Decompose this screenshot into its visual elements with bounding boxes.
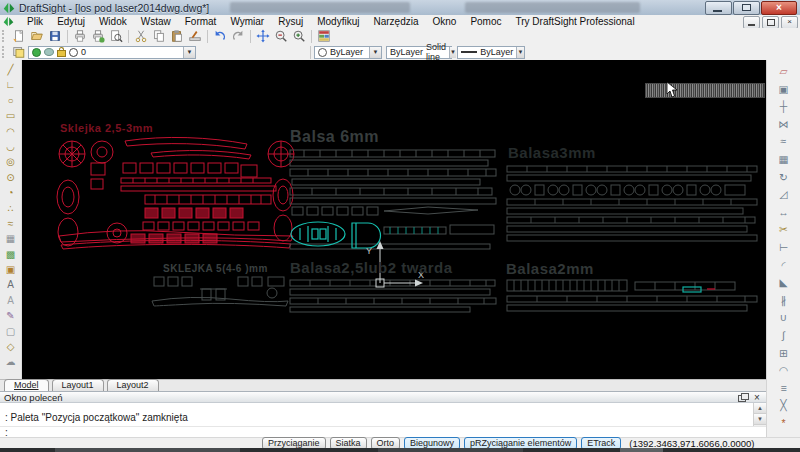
scroll-up-icon[interactable]: ▲	[754, 403, 766, 414]
menu-try-professional[interactable]: Try DraftSight Professional	[509, 15, 642, 28]
open-button[interactable]	[28, 29, 46, 44]
rectangle-tool-icon[interactable]: ▭	[3, 108, 19, 123]
line-weight-combo[interactable]: ByLayer ▼	[457, 46, 525, 59]
line-weight-sample-icon	[461, 51, 477, 53]
dropdown-arrow-icon[interactable]: ▼	[369, 47, 381, 58]
copy-entity-tool-icon[interactable]: ▣	[775, 81, 793, 99]
command-history-scrollbar[interactable]: ▲ ▼	[753, 403, 766, 426]
polygon-tool-icon[interactable]: ◇	[3, 339, 19, 354]
toolbar-grip[interactable]	[2, 46, 8, 58]
toolbar-grip[interactable]	[2, 30, 8, 42]
fillet-tool-icon[interactable]: ◜	[775, 257, 793, 275]
save-button[interactable]	[46, 29, 64, 44]
trim-tool-icon[interactable]: ✂	[775, 221, 793, 239]
stretch-tool-icon[interactable]: ↔	[775, 204, 793, 222]
chamfer-tool-icon[interactable]: ◣	[775, 274, 793, 292]
menu-plik[interactable]: Plik	[20, 15, 50, 28]
attach-image-tool-icon[interactable]: ▣	[3, 262, 19, 277]
restore-button[interactable]	[733, 1, 760, 15]
paste-button[interactable]	[168, 29, 186, 44]
tab-model[interactable]: Model	[4, 379, 49, 391]
close-button[interactable]	[761, 1, 797, 15]
menu-format[interactable]: Format	[178, 15, 224, 28]
mirror-tool-icon[interactable]: ⋈	[775, 116, 793, 134]
pan-button[interactable]	[254, 29, 272, 44]
print-preview-button[interactable]	[107, 29, 125, 44]
new-button[interactable]	[10, 29, 28, 44]
layer-combo[interactable]: 0 ▼	[28, 46, 196, 59]
menu-widok[interactable]: Widok	[92, 15, 134, 28]
tab-layout2[interactable]: Layout2	[107, 379, 159, 391]
select-window-tool-icon[interactable]: ▢	[3, 324, 19, 339]
simple-note-tool-icon[interactable]: A	[3, 293, 19, 308]
tab-layout1[interactable]: Layout1	[52, 379, 104, 391]
move-tool-icon[interactable]: ┼	[775, 98, 793, 116]
layers-manager-button[interactable]	[10, 45, 28, 60]
convert-entity-tool-icon[interactable]: ⊞	[775, 345, 793, 363]
hatch-gradient-tool-icon[interactable]: ▩	[3, 247, 19, 262]
split-tool-icon[interactable]: ∦	[775, 292, 793, 310]
point-tool-icon[interactable]: ∴	[3, 201, 19, 216]
undo-button[interactable]	[211, 29, 229, 44]
pattern-tool-icon[interactable]: ▦	[775, 151, 793, 169]
line-tool-icon[interactable]: ╱	[3, 62, 19, 77]
balasa3-parts-drawing	[505, 160, 763, 250]
copy-button[interactable]	[150, 29, 168, 44]
cut-button[interactable]	[132, 29, 150, 44]
command-history[interactable]: : Paleta "Pozycja początkowa" zamknięta …	[0, 403, 766, 427]
note-tool-icon[interactable]: A	[3, 277, 19, 292]
spline-tool-icon[interactable]: ≈	[3, 216, 19, 231]
close-command-window-icon[interactable]: ×	[752, 393, 762, 402]
edit-annotation-tool-icon[interactable]: ✎	[3, 308, 19, 323]
batch-print-button[interactable]	[89, 29, 107, 44]
menu-rysuj[interactable]: Rysuj	[271, 15, 310, 28]
rotate-tool-icon[interactable]: ↻	[775, 169, 793, 187]
offset-tool-icon[interactable]: ≈	[775, 133, 793, 151]
arc-blend-tool-icon[interactable]: ◠	[775, 362, 793, 380]
ellipse-tool-icon[interactable]: ⊙	[3, 170, 19, 185]
polyline-tool-icon[interactable]: ∟	[3, 77, 19, 92]
power-trim-tool-icon[interactable]: ╳	[775, 397, 793, 415]
weld-tool-icon[interactable]: ∪	[775, 309, 793, 327]
command-input[interactable]: :	[0, 426, 766, 437]
menu-wymiar[interactable]: Wymiar	[223, 15, 271, 28]
align-tool-icon[interactable]: ≡	[775, 380, 793, 398]
drawing-canvas[interactable]: Y X Sklejka 2,5-3mmBalsa 6mmBalasa3mmSKL…	[22, 60, 766, 379]
dropdown-arrow-icon[interactable]: ▼	[449, 47, 456, 58]
circle-tangent-tool-icon[interactable]: ◎	[3, 154, 19, 169]
print-button[interactable]	[71, 29, 89, 44]
line-style-combo[interactable]: ByLayer Solid line ▼	[386, 46, 452, 59]
circle-tool-icon[interactable]: ○	[3, 93, 19, 108]
menu-pomoc[interactable]: Pomoc	[463, 15, 508, 28]
erase-tool-icon[interactable]: ▱	[775, 63, 793, 81]
menu-narzedzia[interactable]: Narzędzia	[366, 15, 425, 28]
menu-modyfikuj[interactable]: Modyfikuj	[310, 15, 366, 28]
arc-3point-tool-icon[interactable]: ◡	[3, 139, 19, 154]
menu-wstaw[interactable]: Wstaw	[134, 15, 178, 28]
toolbar-separator	[67, 30, 68, 43]
edit-polyline-tool-icon[interactable]: ∫	[775, 327, 793, 345]
redo-button[interactable]	[229, 29, 247, 44]
window-title: DraftSight - [los pod laser2014dwg.dwg*]	[19, 2, 209, 14]
hatch-tool-icon[interactable]: ▦	[3, 231, 19, 246]
arc-tool-icon[interactable]: ◠	[3, 124, 19, 139]
dropdown-arrow-icon[interactable]: ▼	[516, 47, 524, 58]
format-painter-button[interactable]	[186, 29, 204, 44]
zoom-back-button[interactable]	[272, 29, 290, 44]
ellipse-arc-tool-icon[interactable]: ◔	[3, 185, 19, 200]
properties-button[interactable]	[315, 29, 333, 44]
menu-okno[interactable]: Okno	[425, 15, 463, 28]
scroll-down-icon[interactable]: ▼	[754, 414, 766, 425]
extend-tool-icon[interactable]: ⊢	[775, 239, 793, 257]
scale-tool-icon[interactable]: ◿	[775, 186, 793, 204]
line-color-combo[interactable]: ByLayer ▼	[314, 46, 382, 59]
float-window-icon[interactable]	[738, 393, 748, 402]
selected-entity-highlight[interactable]	[645, 83, 765, 98]
dropdown-arrow-icon[interactable]: ▼	[183, 47, 195, 58]
minimize-button[interactable]	[705, 1, 732, 15]
zoom-window-button[interactable]	[290, 29, 308, 44]
command-window-titlebar[interactable]: Okno poleceń ×	[0, 391, 766, 403]
menu-edytuj[interactable]: Edytuj	[50, 15, 92, 28]
revision-cloud-tool-icon[interactable]: ☁	[3, 354, 19, 369]
explode-tool-icon[interactable]: *	[775, 415, 793, 433]
